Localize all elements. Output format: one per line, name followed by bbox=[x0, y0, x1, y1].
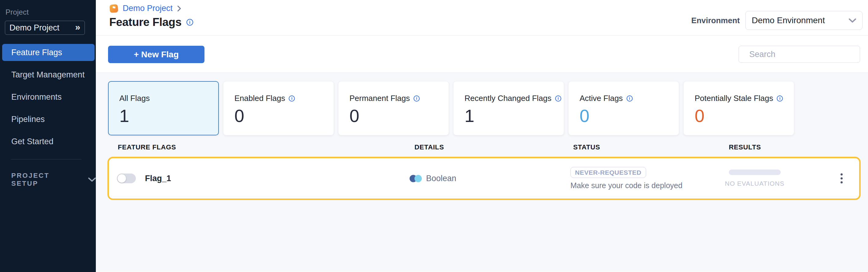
info-icon[interactable] bbox=[413, 96, 420, 102]
table-header: FEATURE FLAGS DETAILS STATUS RESULTS bbox=[96, 143, 868, 153]
column-header-details: DETAILS bbox=[414, 143, 444, 151]
status-message: Make sure your code is deployed bbox=[570, 181, 682, 190]
evaluations-caption: NO EVALUATIONS bbox=[725, 180, 784, 187]
column-header-feature-flags: FEATURE FLAGS bbox=[118, 143, 176, 151]
info-icon[interactable] bbox=[186, 19, 193, 26]
sidebar: Project Demo Project » Feature Flags Tar… bbox=[0, 0, 96, 272]
metric-card-all-flags[interactable]: All Flags 1 bbox=[108, 81, 219, 135]
metric-value: 0 bbox=[580, 107, 679, 125]
toolbar: + New Flag bbox=[96, 36, 868, 73]
feature-flags-logo-icon bbox=[109, 4, 118, 13]
column-header-status: STATUS bbox=[573, 143, 600, 151]
info-icon[interactable] bbox=[627, 96, 633, 102]
metric-label: Potentially Stale Flags bbox=[695, 94, 773, 103]
breadcrumb-project-link[interactable]: Demo Project bbox=[123, 4, 173, 13]
column-header-results: RESULTS bbox=[729, 143, 761, 151]
metric-label: All Flags bbox=[119, 94, 150, 103]
chevron-down-icon bbox=[88, 177, 96, 182]
project-selector-value: Demo Project bbox=[9, 23, 60, 33]
metric-label: Enabled Flags bbox=[235, 94, 285, 103]
sidebar-divider bbox=[11, 159, 82, 160]
new-flag-button[interactable]: + New Flag bbox=[108, 46, 205, 63]
metric-label: Active Flags bbox=[580, 94, 623, 103]
metric-value: 0 bbox=[349, 107, 448, 125]
row-menu-kebab-icon[interactable] bbox=[839, 172, 844, 185]
expand-sidebar-icon[interactable]: » bbox=[75, 23, 80, 33]
info-icon[interactable] bbox=[555, 96, 561, 102]
evaluations-bar bbox=[729, 170, 781, 175]
metric-card-permanent-flags[interactable]: Permanent Flags 0 bbox=[338, 81, 449, 135]
metric-value: 1 bbox=[465, 107, 564, 125]
metric-card-enabled-flags[interactable]: Enabled Flags 0 bbox=[223, 81, 334, 135]
metric-card-potentially-stale-flags[interactable]: Potentially Stale Flags 0 bbox=[683, 81, 794, 135]
metric-label: Permanent Flags bbox=[349, 94, 410, 103]
table-row[interactable]: Flag_1 Boolean NEVER-REQUESTED Make sure… bbox=[107, 157, 861, 200]
project-selector[interactable]: Demo Project » bbox=[5, 21, 85, 35]
sidebar-item-feature-flags[interactable]: Feature Flags bbox=[2, 44, 95, 61]
sidebar-item-environments[interactable]: Environments bbox=[2, 89, 95, 105]
breadcrumb: Demo Project bbox=[109, 4, 181, 13]
sidebar-item-target-management[interactable]: Target Management bbox=[2, 66, 95, 83]
project-label: Project bbox=[5, 8, 96, 16]
info-icon[interactable] bbox=[289, 96, 295, 102]
flag-cell: Flag_1 bbox=[117, 173, 171, 183]
search-input[interactable] bbox=[749, 50, 857, 59]
environment-select-value: Demo Environment bbox=[752, 15, 825, 25]
metric-card-active-flags[interactable]: Active Flags 0 bbox=[568, 81, 679, 135]
results-cell: NO EVALUATIONS bbox=[725, 170, 784, 187]
sidebar-section-project-setup[interactable]: PROJECT SETUP bbox=[11, 172, 96, 188]
page-title: Feature Flags bbox=[109, 16, 182, 29]
sidebar-item-pipelines[interactable]: Pipelines bbox=[2, 111, 95, 128]
flag-type-label: Boolean bbox=[426, 174, 456, 183]
sidebar-nav: Feature Flags Target Management Environm… bbox=[0, 44, 96, 150]
info-icon[interactable] bbox=[777, 96, 783, 102]
status-badge: NEVER-REQUESTED bbox=[570, 167, 646, 178]
flag-name[interactable]: Flag_1 bbox=[145, 174, 171, 183]
metric-label: Recently Changed Flags bbox=[465, 94, 552, 103]
content-body: All Flags 1 Enabled Flags 0 Permanent Fl… bbox=[96, 73, 868, 272]
metric-value: 0 bbox=[695, 107, 794, 125]
metric-cards: All Flags 1 Enabled Flags 0 Permanent Fl… bbox=[96, 81, 868, 135]
metric-value: 1 bbox=[119, 107, 218, 125]
main-area: Demo Project Feature Flags Environment D… bbox=[96, 0, 868, 272]
status-cell: NEVER-REQUESTED Make sure your code is d… bbox=[570, 167, 682, 190]
chevron-down-icon bbox=[849, 18, 856, 23]
metric-card-recently-changed-flags[interactable]: Recently Changed Flags 1 bbox=[453, 81, 564, 135]
environment-label: Environment bbox=[691, 16, 740, 25]
project-setup-label: PROJECT SETUP bbox=[11, 172, 76, 188]
environment-picker: Environment Demo Environment bbox=[691, 11, 863, 30]
chevron-right-icon bbox=[177, 5, 181, 12]
app-root: Project Demo Project » Feature Flags Tar… bbox=[0, 0, 868, 272]
page-header: Demo Project Feature Flags Environment D… bbox=[96, 0, 868, 36]
environment-select[interactable]: Demo Environment bbox=[745, 11, 863, 30]
boolean-type-icon bbox=[410, 175, 422, 182]
details-cell: Boolean bbox=[410, 174, 456, 183]
flag-toggle[interactable] bbox=[117, 173, 136, 183]
toggle-knob bbox=[117, 174, 126, 183]
search-box bbox=[739, 46, 860, 63]
sidebar-item-get-started[interactable]: Get Started bbox=[2, 133, 95, 150]
metric-value: 0 bbox=[235, 107, 334, 125]
title-row: Feature Flags bbox=[109, 16, 193, 29]
